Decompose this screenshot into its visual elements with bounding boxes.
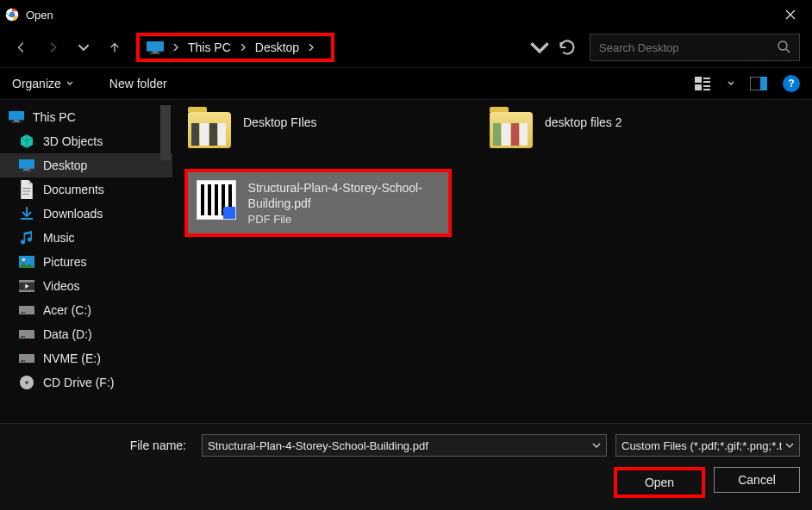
svg-point-5	[778, 41, 787, 50]
chevron-right-icon	[172, 44, 179, 51]
sidebar-item-cd-drive[interactable]: CD Drive (F:)	[0, 370, 172, 395]
help-button[interactable]: ?	[783, 75, 800, 92]
sidebar-item-label: Desktop	[43, 159, 87, 172]
svg-rect-17	[19, 159, 34, 169]
organize-label: Organize	[12, 77, 61, 90]
sidebar-item-desktop[interactable]: Desktop	[0, 153, 172, 177]
svg-rect-28	[19, 289, 34, 292]
caret-down-icon[interactable]	[592, 439, 601, 452]
preview-pane-button[interactable]	[750, 77, 767, 90]
search-box[interactable]	[590, 34, 800, 61]
cube-icon	[19, 134, 34, 149]
sidebar-item-3d-objects[interactable]: 3D Objects	[0, 129, 172, 153]
file-name: Structural-Plan-4-Storey-School-Building…	[248, 180, 440, 211]
previous-locations-button[interactable]	[529, 37, 550, 58]
svg-rect-27	[19, 280, 34, 283]
caret-down-icon	[785, 439, 794, 452]
window-title: Open	[26, 9, 53, 22]
recent-locations-button[interactable]	[74, 38, 93, 57]
svg-rect-35	[19, 354, 34, 364]
sidebar: This PC 3D Objects Desktop Documents Dow…	[0, 100, 172, 423]
svg-rect-4	[150, 53, 160, 54]
organize-button[interactable]: Organize	[12, 77, 73, 90]
svg-rect-20	[23, 188, 31, 189]
sidebar-item-this-pc[interactable]: This PC	[0, 105, 172, 129]
breadcrumb-current[interactable]: Desktop	[255, 40, 299, 54]
svg-rect-29	[19, 306, 34, 315]
svg-rect-36	[21, 360, 25, 362]
svg-rect-22	[23, 194, 29, 195]
forward-button[interactable]	[43, 38, 62, 57]
breadcrumb[interactable]: This PC Desktop	[136, 33, 334, 62]
svg-rect-8	[703, 81, 710, 83]
folder-tile[interactable]: desktop files 2	[486, 109, 736, 152]
sidebar-item-drive-d[interactable]: Data (D:)	[0, 322, 172, 346]
sidebar-item-drive-e[interactable]: NVME (E:)	[0, 346, 172, 370]
svg-rect-15	[14, 121, 19, 122]
app-icon	[5, 8, 19, 22]
open-label: Open	[645, 476, 674, 489]
breadcrumb-root[interactable]: This PC	[188, 40, 231, 54]
sidebar-item-label: 3D Objects	[43, 134, 103, 148]
close-button[interactable]	[776, 5, 805, 24]
sidebar-item-drive-c[interactable]: Acer (C:)	[0, 298, 172, 322]
sidebar-item-documents[interactable]: Documents	[0, 177, 172, 202]
drive-icon	[19, 302, 34, 318]
folder-icon	[490, 112, 533, 148]
svg-point-37	[30, 360, 32, 362]
sidebar-item-label: Pictures	[43, 255, 87, 269]
open-button[interactable]: Open	[614, 467, 705, 498]
new-folder-button[interactable]: New folder	[109, 77, 167, 90]
sidebar-item-pictures[interactable]: Pictures	[0, 250, 172, 274]
folder-tile[interactable]: Desktop FIles	[184, 109, 434, 152]
file-tile-selected[interactable]: Structural-Plan-4-Storey-School-Building…	[184, 169, 452, 237]
toolbar: Organize New folder ?	[0, 67, 812, 100]
drive-icon	[19, 351, 34, 366]
sidebar-item-label: Acer (C:)	[43, 303, 91, 317]
sidebar-item-downloads[interactable]: Downloads	[0, 202, 172, 226]
svg-rect-9	[695, 84, 702, 90]
desktop-icon	[19, 158, 34, 173]
picture-icon	[19, 254, 34, 270]
svg-rect-16	[12, 121, 22, 123]
music-icon	[19, 230, 34, 246]
search-input[interactable]	[599, 41, 763, 54]
caret-down-icon[interactable]	[728, 80, 734, 87]
filename-label: File name:	[12, 438, 193, 452]
svg-rect-7	[703, 78, 710, 79]
video-icon	[19, 278, 34, 294]
svg-rect-23	[21, 218, 33, 220]
sidebar-item-label: Data (D:)	[43, 327, 92, 341]
cancel-label: Cancel	[738, 473, 776, 487]
search-icon	[777, 40, 790, 56]
svg-point-25	[22, 258, 26, 261]
sidebar-item-label: Videos	[43, 279, 80, 293]
file-list: Desktop FIles desktop files 2 Structural…	[172, 100, 812, 423]
svg-rect-32	[19, 330, 34, 339]
svg-rect-18	[23, 169, 29, 171]
sidebar-item-videos[interactable]: Videos	[0, 274, 172, 298]
file-type-filter[interactable]: Custom Files (*.pdf;*.gif;*.png;*.t	[615, 434, 800, 457]
svg-rect-33	[21, 336, 25, 338]
filter-label: Custom Files (*.pdf;*.gif;*.png;*.t	[621, 439, 782, 452]
filename-input[interactable]	[208, 439, 592, 452]
drive-icon	[19, 327, 34, 342]
this-pc-icon	[9, 109, 24, 125]
download-icon	[19, 206, 34, 221]
view-options-button[interactable]	[695, 77, 712, 90]
svg-rect-10	[703, 85, 710, 87]
cancel-button[interactable]: Cancel	[714, 467, 800, 493]
back-button[interactable]	[12, 38, 31, 57]
folder-label: desktop files 2	[545, 112, 622, 129]
svg-point-34	[30, 336, 32, 338]
folder-icon	[188, 112, 231, 148]
scrollbar-thumb[interactable]	[160, 105, 171, 160]
svg-rect-13	[760, 77, 767, 90]
filename-combobox[interactable]	[202, 434, 607, 457]
svg-rect-2	[147, 41, 164, 52]
sidebar-item-label: This PC	[33, 110, 76, 124]
svg-point-39	[25, 381, 28, 384]
sidebar-item-music[interactable]: Music	[0, 226, 172, 250]
up-button[interactable]	[105, 38, 124, 57]
refresh-button[interactable]	[557, 37, 578, 58]
